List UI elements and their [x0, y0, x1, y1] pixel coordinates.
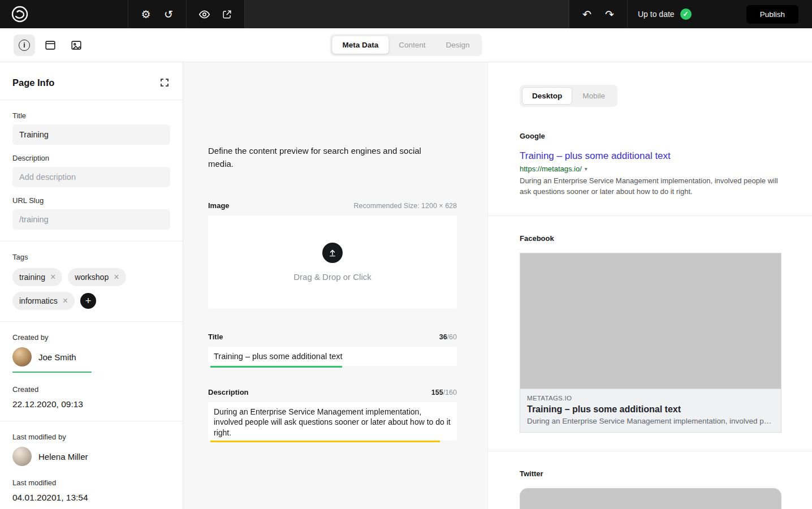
device-toggle-mobile[interactable]: Mobile	[572, 87, 615, 105]
open-external-icon[interactable]	[217, 5, 236, 24]
sidebar-fields-section: Title Description URL Slug	[0, 100, 183, 241]
facebook-domain: METATAGS.IO	[527, 395, 774, 402]
meta-title-label: Title	[208, 333, 223, 341]
undo-icon[interactable]: ↶	[577, 5, 597, 24]
tab-design[interactable]: Design	[436, 36, 480, 54]
revert-icon[interactable]: ↺	[159, 5, 178, 24]
topbar-settings-group: ⚙ ↺	[128, 0, 186, 28]
media-tool-button[interactable]	[66, 34, 87, 56]
meta-description-input[interactable]: During an Enterprise Service Management …	[208, 402, 457, 441]
topbar-right-area: Up to date ✓ Publish	[628, 0, 812, 28]
title-progress-track	[210, 366, 455, 368]
google-result-description: During an Enterprise Service Management …	[520, 176, 785, 197]
tab-meta-data[interactable]: Meta Data	[332, 36, 388, 54]
facebook-section-label: Facebook	[520, 234, 780, 243]
device-toggle: Desktop Mobile	[520, 85, 617, 107]
sync-status-text: Up to date	[638, 10, 675, 19]
recommended-size-text: Recommended Size: 1200 × 628	[354, 202, 457, 210]
publish-button[interactable]: Publish	[746, 5, 798, 24]
topbar-view-group	[186, 0, 245, 28]
page-icon	[44, 39, 57, 51]
tag-chip[interactable]: workshop ×	[68, 268, 126, 286]
url-slug-field[interactable]	[12, 209, 170, 230]
description-progress-bar	[210, 441, 440, 442]
remove-tag-icon[interactable]: ×	[50, 274, 55, 281]
page-info-tool-button[interactable]: i	[14, 34, 35, 56]
tab-content[interactable]: Content	[388, 36, 435, 54]
tag-chip[interactable]: training ×	[12, 268, 62, 286]
title-count-current: 36	[439, 333, 447, 341]
sidebar-modified-section: Last modified by Helena Miller Last modi…	[0, 421, 183, 509]
topbar-spacer	[40, 0, 128, 28]
redo-icon[interactable]: ↷	[600, 5, 619, 24]
image-dropzone[interactable]: Drag & Drop or Click	[208, 215, 457, 309]
facebook-image-placeholder	[520, 253, 781, 389]
sidebar-tags-section: Tags training × workshop × informatics ×…	[0, 241, 183, 322]
description-field-label: Description	[12, 154, 170, 162]
image-icon	[70, 39, 83, 51]
upload-icon	[322, 243, 343, 263]
facebook-description: During an Enterprise Service Management …	[527, 417, 774, 425]
description-char-count: 155/160	[431, 389, 457, 396]
avatar	[12, 347, 32, 366]
logo-swirl-icon	[10, 4, 30, 24]
remove-tag-icon[interactable]: ×	[114, 274, 119, 281]
modified-by-label: Last modified by	[12, 433, 170, 441]
avatar	[12, 447, 32, 466]
sidebar-created-section: Created by Joe Smith Created 22.12.2020,…	[0, 322, 183, 421]
meta-description-header: Description 155/160	[208, 388, 457, 396]
meta-title-header: Title 36/60	[208, 333, 457, 341]
topbar-history-group: ↶ ↷	[569, 0, 628, 28]
tag-label: workshop	[75, 273, 109, 282]
meta-editor-panel: Define the content preview for search en…	[183, 62, 487, 509]
content-tabs: Meta Data Content Design	[330, 34, 482, 56]
google-preview-section: Google Training – plus some additional t…	[488, 107, 812, 216]
created-label: Created	[12, 385, 170, 394]
preview-eye-icon[interactable]	[195, 5, 214, 24]
info-icon: i	[19, 40, 30, 51]
remove-tag-icon[interactable]: ×	[63, 297, 68, 304]
google-result-title[interactable]: Training – plus some additional text	[520, 150, 780, 162]
device-toggle-desktop[interactable]: Desktop	[522, 87, 572, 105]
facebook-card-meta: METATAGS.IO Training – plus some additio…	[520, 389, 781, 432]
tag-label: training	[19, 273, 45, 282]
google-result-url: https://metatags.io/ ▾	[520, 165, 780, 173]
description-count-current: 155	[431, 389, 443, 396]
created-by-label: Created by	[12, 333, 170, 342]
topbar-middle-area	[245, 0, 569, 28]
facebook-preview-section: Facebook METATAGS.IO Training – plus som…	[488, 216, 812, 451]
add-tag-button[interactable]: +	[80, 293, 96, 309]
created-date: 22.12.2020, 09:13	[12, 399, 170, 409]
facebook-preview-card: METATAGS.IO Training – plus some additio…	[520, 253, 781, 433]
image-label: Image	[208, 201, 230, 210]
description-field[interactable]	[12, 167, 170, 187]
tag-chip[interactable]: informatics ×	[12, 292, 75, 310]
description-progress-track	[210, 441, 455, 442]
main-layout: Page Info Title Description URL Slug Tag…	[0, 62, 812, 509]
settings-gear-icon[interactable]: ⚙	[136, 5, 156, 24]
meta-title-input[interactable]	[208, 347, 457, 366]
description-count-max: /160	[443, 389, 457, 396]
author-underline	[12, 372, 92, 373]
tags-label: Tags	[12, 253, 170, 261]
status-check-icon: ✓	[680, 8, 692, 20]
plus-icon: +	[85, 296, 92, 306]
app-logo[interactable]	[0, 0, 40, 28]
page-title: Page Info	[12, 77, 54, 88]
modified-by-row: Helena Miller	[12, 447, 170, 466]
twitter-image-placeholder	[520, 488, 781, 509]
meta-description-label: Description	[208, 388, 249, 396]
google-section-label: Google	[520, 132, 780, 140]
page-tool-button[interactable]	[40, 34, 61, 56]
expand-icon[interactable]	[159, 77, 170, 88]
title-count-max: /60	[447, 333, 457, 341]
page-info-sidebar: Page Info Title Description URL Slug Tag…	[0, 62, 183, 509]
title-field-label: Title	[12, 111, 170, 120]
created-by-name: Joe Smith	[38, 352, 76, 362]
dropzone-text: Drag & Drop or Click	[293, 272, 372, 282]
twitter-section-label: Twitter	[520, 469, 780, 478]
app-topbar: ⚙ ↺ ↶ ↷ Up to date ✓ Publish	[0, 0, 812, 28]
created-by-row: Joe Smith	[12, 347, 170, 366]
chevron-down-icon[interactable]: ▾	[585, 166, 588, 172]
title-field[interactable]	[12, 124, 170, 145]
